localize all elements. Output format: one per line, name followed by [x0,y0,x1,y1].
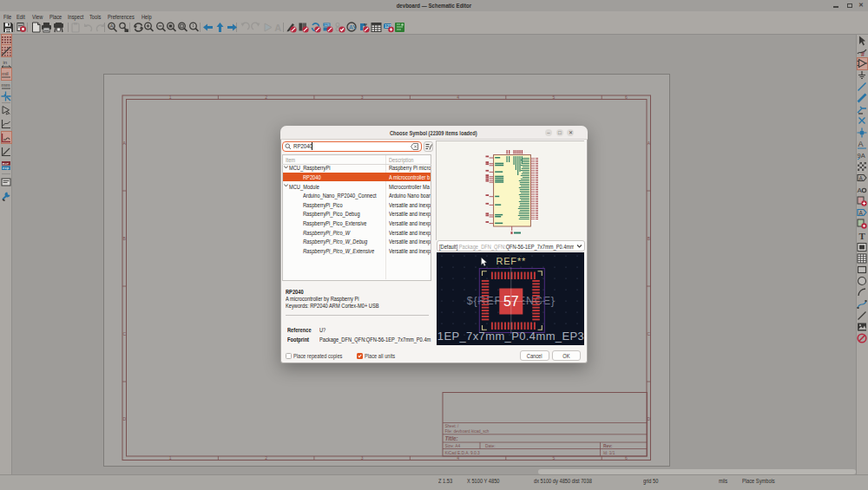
svg-text:exp: exp [3,167,10,170]
svg-text:A: A [858,140,864,148]
svg-text:Date:: Date: [485,444,495,448]
svg-text:Size: A4: Size: A4 [445,444,461,448]
svg-text:9A: 9A [858,152,865,160]
svg-text:A: A [123,140,127,146]
svg-text:T: T [859,231,866,241]
svg-text:A: A [858,186,863,194]
svg-text:mm: mm [2,82,10,88]
svg-text:2: 2 [265,455,267,461]
svg-text:1: 1 [169,95,172,100]
svg-text:5: 5 [553,95,556,100]
svg-text:Id: 1/1: Id: 1/1 [603,451,615,455]
svg-text:1: 1 [169,455,172,461]
svg-text:123: 123 [325,23,330,27]
svg-text:REF**: REF** [496,256,526,266]
svg-text:EXP: EXP [3,161,10,165]
svg-text:A: A [859,175,864,181]
svg-text:A: A [349,24,353,30]
svg-text:File: devboard.kicad_sch: File: devboard.kicad_sch [445,429,490,434]
svg-text:B: B [123,236,127,241]
svg-text:Title:: Title: [445,435,458,441]
svg-text:Rev:: Rev: [603,444,613,448]
svg-text:3: 3 [361,455,364,461]
svg-text:C: C [647,331,650,336]
svg-text:D: D [122,416,126,421]
svg-text:2: 2 [265,95,267,100]
svg-text:3: 3 [361,95,364,100]
svg-text:A: A [110,23,114,29]
svg-text:in: in [3,60,8,65]
svg-text:1EP_7x7mm_P0.4mm_EP3: 1EP_7x7mm_P0.4mm_EP3 [437,329,583,342]
svg-text:KiCad E.D.A. 9.0.3: KiCad E.D.A. 9.0.3 [445,451,481,455]
svg-text:4: 4 [457,95,459,100]
svg-text:6: 6 [625,95,628,100]
svg-text:D: D [647,416,650,421]
svg-text:C: C [122,331,126,336]
svg-text:mil: mil [2,70,9,75]
svg-text:A: A [859,210,864,216]
svg-text:A: A [274,23,281,33]
